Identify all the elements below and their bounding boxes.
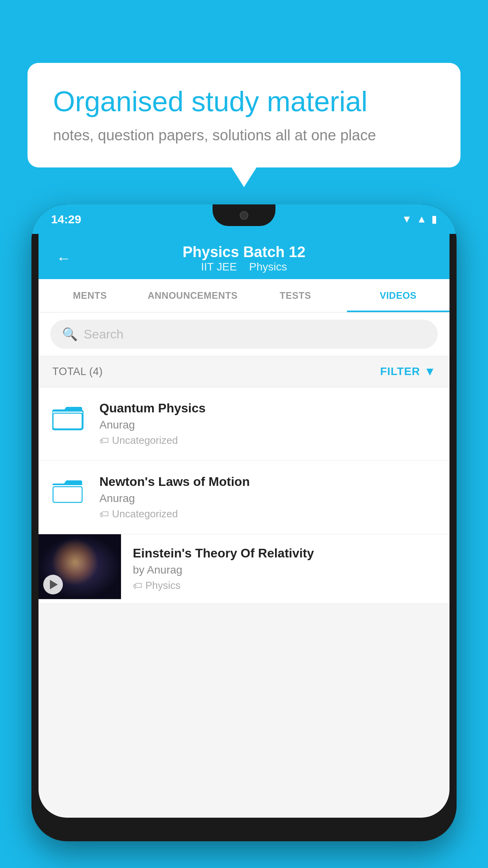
video-info: Quantum Physics Anurag 🏷 Uncategorized xyxy=(99,401,436,447)
header-tag-iitjee: IIT JEE xyxy=(201,261,237,273)
list-item[interactable]: Einstein's Theory Of Relativity by Anura… xyxy=(39,534,449,604)
video-icon-box xyxy=(52,476,88,506)
video-author: by Anurag xyxy=(133,564,438,576)
folder-icon xyxy=(52,403,84,430)
phone-screen: ← Physics Batch 12 IIT JEE Physics MENTS xyxy=(39,234,449,818)
video-info: Newton's Laws of Motion Anurag 🏷 Uncateg… xyxy=(99,474,436,520)
video-title: Newton's Laws of Motion xyxy=(99,474,436,489)
battery-icon: ▮ xyxy=(431,213,437,225)
header-nav: ← Physics Batch 12 IIT JEE Physics xyxy=(56,244,432,279)
tab-videos[interactable]: VIDEOS xyxy=(347,279,450,312)
filter-button[interactable]: FILTER ▼ xyxy=(380,365,436,378)
list-item[interactable]: Newton's Laws of Motion Anurag 🏷 Uncateg… xyxy=(39,461,449,534)
header-subtitle: IIT JEE Physics xyxy=(183,261,306,273)
video-tag: Physics xyxy=(145,579,181,592)
play-button[interactable] xyxy=(43,575,63,594)
phone-wrapper: 14:29 ▼ ▲ ▮ ← Physics Batch 12 IIT JEE xyxy=(31,204,457,868)
search-bar[interactable]: 🔍 Search xyxy=(50,320,438,349)
filter-label: FILTER xyxy=(380,365,420,378)
video-title: Einstein's Theory Of Relativity xyxy=(133,546,438,561)
video-list: Quantum Physics Anurag 🏷 Uncategorized xyxy=(39,387,449,604)
tabs-bar: MENTS ANNOUNCEMENTS TESTS VIDEOS xyxy=(39,279,449,313)
bubble-subtitle: notes, question papers, solutions all at… xyxy=(53,127,435,144)
camera-dot xyxy=(240,211,248,220)
phone-notch xyxy=(213,204,275,226)
app-header: ← Physics Batch 12 IIT JEE Physics xyxy=(39,234,449,279)
header-title-group: Physics Batch 12 IIT JEE Physics xyxy=(183,244,306,273)
speech-bubble-container: Organised study material notes, question… xyxy=(28,63,460,167)
thumbnail-box xyxy=(39,534,121,599)
video-icon-box xyxy=(52,403,88,432)
tab-tests[interactable]: TESTS xyxy=(244,279,347,312)
tag-icon: 🏷 xyxy=(99,435,109,446)
header-tag-physics: Physics xyxy=(249,261,287,273)
video-tag-row: 🏷 Uncategorized xyxy=(99,434,436,447)
tag-icon: 🏷 xyxy=(99,509,109,520)
video-author: Anurag xyxy=(99,492,436,505)
video-title: Quantum Physics xyxy=(99,401,436,416)
search-placeholder: Search xyxy=(84,327,123,342)
bubble-title: Organised study material xyxy=(53,85,435,118)
svg-rect-2 xyxy=(53,413,82,429)
svg-rect-3 xyxy=(53,487,82,502)
status-time: 14:29 xyxy=(51,213,81,226)
search-icon: 🔍 xyxy=(62,327,78,342)
video-tag: Uncategorized xyxy=(112,434,178,447)
search-bar-container: 🔍 Search xyxy=(39,313,449,356)
video-tag: Uncategorized xyxy=(112,508,178,520)
wifi-icon: ▼ xyxy=(402,213,412,225)
folder-icon xyxy=(52,476,84,504)
thumbnail-info: Einstein's Theory Of Relativity by Anura… xyxy=(121,534,449,603)
list-item[interactable]: Quantum Physics Anurag 🏷 Uncategorized xyxy=(39,387,449,461)
filter-bar: TOTAL (4) FILTER ▼ xyxy=(39,356,449,387)
speech-bubble: Organised study material notes, question… xyxy=(28,63,460,167)
header-main-title: Physics Batch 12 xyxy=(183,244,306,261)
total-count: TOTAL (4) xyxy=(52,366,103,378)
tab-ments[interactable]: MENTS xyxy=(39,279,141,312)
video-author: Anurag xyxy=(99,419,436,431)
signal-icon: ▲ xyxy=(416,213,427,225)
video-tag-row: 🏷 Physics xyxy=(133,579,438,592)
filter-icon: ▼ xyxy=(424,365,436,378)
play-icon xyxy=(50,580,58,589)
video-tag-row: 🏷 Uncategorized xyxy=(99,508,436,520)
tag-icon: 🏷 xyxy=(133,580,142,591)
back-button[interactable]: ← xyxy=(56,250,71,267)
tab-announcements[interactable]: ANNOUNCEMENTS xyxy=(141,279,244,312)
status-icons: ▼ ▲ ▮ xyxy=(402,213,437,225)
phone-frame: 14:29 ▼ ▲ ▮ ← Physics Batch 12 IIT JEE xyxy=(31,204,457,841)
